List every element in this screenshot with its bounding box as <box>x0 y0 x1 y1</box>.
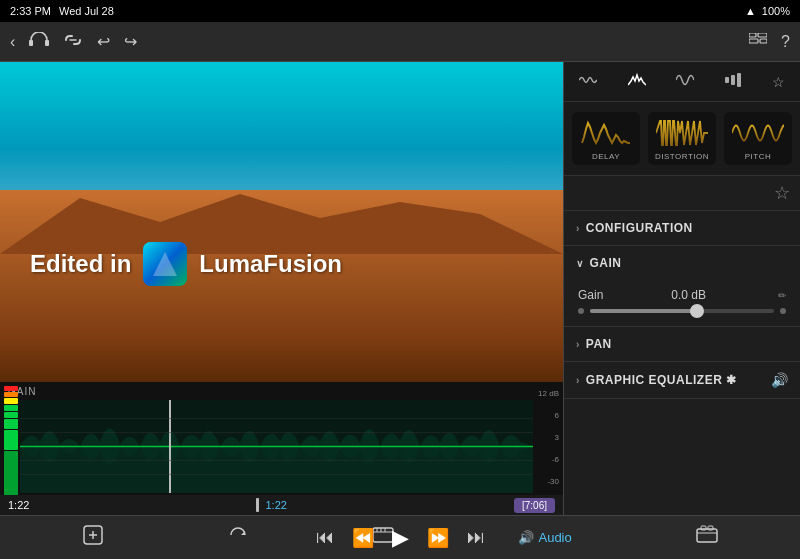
video-overlay: Edited in LumaFusio <box>30 242 342 286</box>
svg-rect-4 <box>749 39 758 43</box>
audio-label: Audio <box>538 530 571 545</box>
right-panel: ☆ DELAY <box>563 62 800 515</box>
pan-label: PAN <box>586 337 612 351</box>
share-button[interactable] <box>696 525 718 550</box>
configuration-chevron: › <box>576 223 580 234</box>
video-preview: Edited in LumaFusio <box>0 62 563 382</box>
gain-min-indicator <box>578 308 584 314</box>
favorite-bar: ☆ <box>564 176 800 211</box>
step-back-button[interactable]: ⏪ <box>352 527 374 549</box>
app-name-text: LumaFusion <box>199 250 342 278</box>
video-area: Edited in LumaFusio <box>0 62 563 515</box>
svg-rect-16 <box>725 77 729 83</box>
skip-end-button[interactable]: ⏭ <box>467 527 485 548</box>
favorite-star-button[interactable]: ☆ <box>774 182 790 204</box>
svg-rect-3 <box>758 33 767 37</box>
section-gain-header[interactable]: ∨ GAIN <box>564 246 800 280</box>
help-button[interactable]: ? <box>781 33 790 51</box>
add-clip-button[interactable] <box>82 524 104 551</box>
undo-button[interactable]: ↩ <box>97 32 110 51</box>
back-button[interactable]: ‹ <box>10 33 15 51</box>
battery-status: 100% <box>762 5 790 17</box>
section-configuration: › CONFIGURATION <box>564 211 800 246</box>
speaker-icon: 🔊 <box>518 530 534 545</box>
section-configuration-header[interactable]: › CONFIGURATION <box>564 211 800 245</box>
waveform-display <box>20 400 533 493</box>
eq-speaker-icon[interactable]: 🔊 <box>771 372 789 388</box>
effects-cards: DELAY DISTORTION <box>564 102 800 176</box>
selection-duration: [7:06] <box>514 498 555 513</box>
transport-bar: 🔊 Audio ⏮ ⏪ ▶ ⏩ ⏭ <box>0 515 800 559</box>
svg-rect-1 <box>45 40 49 46</box>
svg-rect-18 <box>737 73 741 87</box>
distortion-waveform-icon <box>656 118 708 148</box>
effects-nav-waveform[interactable] <box>571 69 605 94</box>
gain-section-label: GAIN <box>590 256 622 270</box>
effect-label-distortion: DISTORTION <box>655 152 709 161</box>
pan-chevron: › <box>576 339 580 350</box>
transport-controls: ⏮ ⏪ ▶ ⏩ ⏭ <box>316 525 485 551</box>
gain-edit-button[interactable]: ✏ <box>778 290 786 301</box>
audio-mode-button[interactable]: 🔊 Audio <box>518 530 571 545</box>
svg-rect-0 <box>29 40 33 46</box>
effect-card-pitch[interactable]: PITCH <box>724 112 792 165</box>
configuration-label: CONFIGURATION <box>586 221 693 235</box>
gain-row: Gain 0.0 dB ✏ <box>578 288 786 302</box>
main-area: Edited in LumaFusio <box>0 62 800 515</box>
gain-slider-row <box>578 308 786 314</box>
effect-label-pitch: PITCH <box>745 152 772 161</box>
gain-body: Gain 0.0 dB ✏ <box>564 280 800 326</box>
gain-slider-fill <box>590 309 697 313</box>
gain-max-indicator <box>780 308 786 314</box>
headphone-icon[interactable] <box>29 32 49 52</box>
wifi-icon: ▲ <box>745 5 756 17</box>
lumafusion-logo <box>143 242 187 286</box>
section-gain: ∨ GAIN Gain 0.0 dB ✏ <box>564 246 800 327</box>
effects-nav: ☆ <box>564 62 800 102</box>
svg-rect-17 <box>731 75 735 85</box>
section-pan-header[interactable]: › PAN <box>564 327 800 361</box>
svg-rect-2 <box>749 33 756 37</box>
status-date: Wed Jul 28 <box>59 5 114 17</box>
pitch-waveform-icon <box>732 118 784 148</box>
eq-chevron: › <box>576 375 580 386</box>
effects-nav-sine[interactable] <box>668 69 702 94</box>
status-time: 2:33 PM <box>10 5 51 17</box>
section-pan: › PAN <box>564 327 800 362</box>
effects-nav-audio[interactable] <box>717 69 749 94</box>
effect-card-distortion[interactable]: DISTORTION <box>648 112 716 165</box>
eq-label: GRAPHIC EQUALIZER ✱ <box>586 373 737 387</box>
play-button[interactable]: ▶ <box>392 525 409 551</box>
effects-nav-peaks[interactable] <box>620 69 654 94</box>
status-bar: 2:33 PM Wed Jul 28 ▲ 100% <box>0 0 800 22</box>
gain-chevron: ∨ <box>576 258 584 269</box>
playhead-indicator <box>256 498 259 512</box>
gain-slider-thumb[interactable] <box>690 304 704 318</box>
effects-nav-star[interactable]: ☆ <box>764 70 793 94</box>
edited-in-text: Edited in <box>30 250 131 278</box>
effect-card-delay[interactable]: DELAY <box>572 112 640 165</box>
top-toolbar: ‹ ↩ ↪ ? <box>0 22 800 62</box>
gain-slider-track[interactable] <box>590 309 774 313</box>
gain-value-display: 0.0 dB <box>671 288 706 302</box>
grid-icon[interactable] <box>749 33 767 51</box>
chain-icon[interactable] <box>63 32 83 52</box>
section-eq-header[interactable]: › GRAPHIC EQUALIZER ✱ 🔊 <box>564 362 800 398</box>
svg-rect-28 <box>697 529 717 542</box>
panel-sections: › CONFIGURATION ∨ GAIN Gain 0.0 dB ✏ <box>564 211 800 515</box>
redo-button[interactable]: ↪ <box>124 32 137 51</box>
timecode-bar: 1:22 1:22 [7:06] <box>0 495 563 515</box>
section-eq: › GRAPHIC EQUALIZER ✱ 🔊 <box>564 362 800 399</box>
waveform-area: GAIN 12 dB 6 3 -6 -30 -90 dB <box>0 382 563 515</box>
skip-start-button[interactable]: ⏮ <box>316 527 334 548</box>
timecode-current: 1:22 <box>8 499 29 511</box>
rotate-button[interactable] <box>228 525 248 550</box>
step-forward-button[interactable]: ⏩ <box>427 527 449 549</box>
timecode-position: 1:22 <box>265 499 286 511</box>
delay-waveform-icon <box>580 118 632 148</box>
svg-rect-5 <box>760 39 767 43</box>
effect-label-delay: DELAY <box>592 152 620 161</box>
gain-param-label: Gain <box>578 288 603 302</box>
